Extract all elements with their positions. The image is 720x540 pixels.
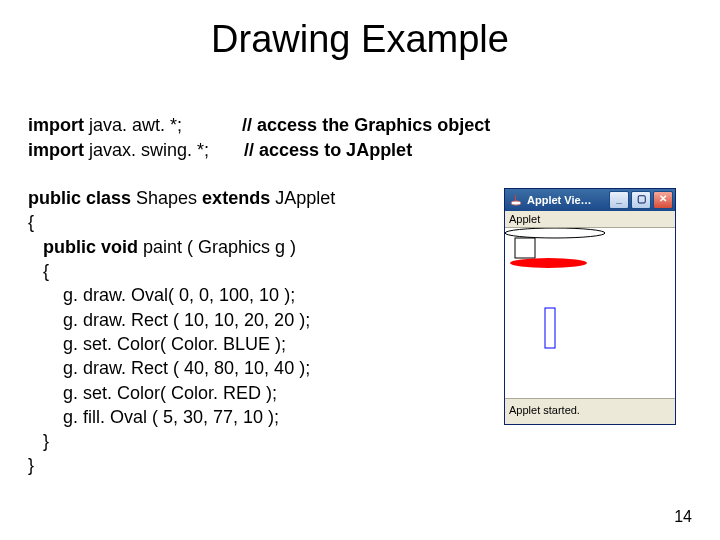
java-cup-icon [509,193,523,207]
kw-import: import [28,115,84,135]
window-title: Applet Vie… [527,194,609,206]
slide-title: Drawing Example [0,18,720,61]
menu-applet[interactable]: Applet [509,213,540,225]
statusbar: Applet started. [505,399,675,421]
code-comment: // access to JApplet [244,140,412,160]
code-brace: { [28,212,34,232]
code-text: paint ( Graphics g ) [138,237,296,257]
drawing-svg [505,228,675,398]
code-comment: // access the Graphics object [242,115,490,135]
titlebar[interactable]: Applet Vie… _ ▢ ✕ [505,189,675,211]
kw-public-void: public void [28,237,138,257]
applet-canvas [505,228,675,399]
kw-import: import [28,140,84,160]
maximize-button[interactable]: ▢ [631,191,651,209]
code-text: javax. swing. *; [84,140,244,160]
shape-rect-1 [515,238,535,258]
close-button[interactable]: ✕ [653,191,673,209]
code-text: JApplet [270,188,335,208]
shape-rect-2 [545,308,555,348]
minimize-button[interactable]: _ [609,191,629,209]
shape-filloval [510,258,587,268]
applet-window: Applet Vie… _ ▢ ✕ Applet Applet started. [504,188,676,425]
page-number: 14 [674,508,692,526]
code-line: g. set. Color( Color. RED ); [28,383,277,403]
code-line: g. fill. Oval ( 5, 30, 77, 10 ); [28,407,279,427]
code-text: Shapes [131,188,202,208]
svg-point-0 [511,201,521,205]
code-line: g. draw. Oval( 0, 0, 100, 10 ); [28,285,295,305]
code-brace: } [28,455,34,475]
code-brace: } [28,431,49,451]
code-line: g. draw. Rect ( 10, 10, 20, 20 ); [28,310,310,330]
kw-public-class: public class [28,188,131,208]
code-line: g. set. Color( Color. BLUE ); [28,334,286,354]
code-text: java. awt. *; [84,115,242,135]
code-brace: { [28,261,49,281]
kw-extends: extends [202,188,270,208]
menubar[interactable]: Applet [505,211,675,228]
code-line: g. draw. Rect ( 40, 80, 10, 40 ); [28,358,310,378]
shape-oval-1 [505,228,605,238]
